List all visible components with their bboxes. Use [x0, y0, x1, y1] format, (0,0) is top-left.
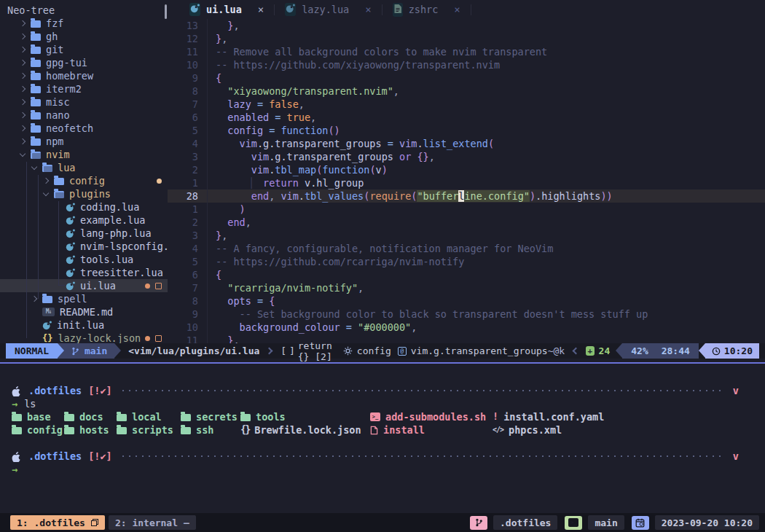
close-tab-button[interactable]: ×: [258, 4, 264, 15]
tab-ui-lua[interactable]: ui.lua×: [179, 0, 274, 19]
tree-item-misc[interactable]: misc: [0, 95, 168, 109]
code-token: ,: [429, 151, 435, 163]
tmux-status-right: .dotfiles>_main2023-09-20 10:20: [463, 515, 759, 530]
lua-icon: [42, 321, 52, 330]
branch-icon-chip: [470, 516, 487, 530]
tree-item-plugins[interactable]: plugins: [0, 187, 168, 200]
tree-item-readme-md[interactable]: M↓README.md: [0, 305, 168, 318]
code-token: .: [417, 138, 423, 149]
code-line[interactable]: 2 vim.tbl_map(function(v): [168, 163, 765, 176]
tree-item-npm[interactable]: npm: [0, 135, 168, 148]
modified-square-icon: [155, 335, 162, 342]
code-token: end: [227, 216, 245, 228]
code-line-text: vim.tbl_map(function(v): [207, 163, 765, 176]
tree-item-label: git: [46, 43, 63, 56]
code-line-text: -- Remove all background colors to make …: [207, 45, 765, 58]
tree-item-gh[interactable]: gh: [0, 30, 168, 43]
code-token: [216, 98, 227, 110]
code-line[interactable]: 3},: [168, 229, 765, 242]
code-line[interactable]: 5-- https://github.com/rcarriga/nvim-not…: [168, 255, 765, 268]
tree-item-spell[interactable]: spell: [0, 292, 168, 305]
code-line[interactable]: 12},: [168, 32, 765, 45]
tree-item-config[interactable]: config: [0, 174, 168, 187]
tree-item-ui-lua[interactable]: ui.lua: [0, 279, 168, 292]
code-line[interactable]: 11-- Remove all background colors to mak…: [168, 45, 765, 58]
code-line[interactable]: 8 "xiyaowong/transparent.nvim",: [168, 85, 765, 98]
tree-item-treesitter-lua[interactable]: treesitter.lua: [0, 266, 168, 279]
tree-item-gpg-tui[interactable]: gpg-tui: [0, 56, 168, 69]
code-token: ▏: [251, 177, 257, 189]
code-line[interactable]: 7 "rcarriga/nvim-notify",: [168, 281, 765, 294]
neotree-scrollbar[interactable]: [165, 4, 167, 19]
code-token: end: [251, 190, 269, 202]
code-line[interactable]: 1 ▏ return v.hl_group: [168, 176, 765, 189]
code-token: -- https://github.com/rcarriga/nvim-noti…: [216, 256, 464, 267]
code-line[interactable]: 28 end, vim.tbl_values(require("bufferli…: [168, 189, 765, 203]
ls-entry-label: install.conf.yaml: [503, 410, 604, 423]
tmux-window-1-dotfiles[interactable]: 1: .dotfiles: [10, 515, 105, 530]
tree-item-neofetch[interactable]: neofetch: [0, 122, 168, 135]
tree-item-lazy-lock-json[interactable]: {}lazy-lock.json: [0, 332, 168, 343]
tree-item-fzf[interactable]: fzf: [0, 17, 168, 30]
code-line[interactable]: 6{: [168, 268, 765, 281]
folder-closed-icon: [31, 112, 41, 120]
code-token: -- Set background color to black so tran…: [240, 308, 648, 320]
tab-zshrc[interactable]: zshrc×: [382, 0, 471, 19]
code-token: =: [382, 138, 399, 149]
code-area[interactable]: 13 },12},11-- Remove all background colo…: [168, 19, 765, 343]
code-token: ): [530, 190, 536, 202]
close-tab-button[interactable]: ×: [454, 4, 460, 15]
tree-item-nano[interactable]: nano: [0, 109, 168, 122]
code-line[interactable]: 10-- https://github.com/xiyaowong/transp…: [168, 58, 765, 71]
code-line[interactable]: 9{: [168, 71, 765, 85]
tree-item-iterm2[interactable]: iterm2: [0, 82, 168, 95]
code-token: =: [269, 112, 286, 123]
code-token: [216, 125, 227, 136]
code-line-text: -- https://github.com/xiyaowong/transpar…: [207, 58, 765, 71]
code-token: ,: [299, 98, 305, 110]
cursor-position: 28:44: [662, 345, 690, 356]
tree-item-git[interactable]: git: [0, 43, 168, 56]
tab-lazy-lua[interactable]: lazy.lua×: [275, 0, 381, 19]
tmux-window-2-internal[interactable]: 2: internal–: [109, 515, 196, 530]
close-tab-button[interactable]: ×: [365, 4, 371, 15]
code-line[interactable]: 1 ): [168, 203, 765, 216]
code-line[interactable]: 4 vim.g.transparent_groups = vim.list_ex…: [168, 137, 765, 150]
code-token: [216, 177, 251, 189]
line-number: 5: [168, 124, 207, 137]
folder-icon: [240, 413, 251, 421]
prompt-arrow-icon: →: [12, 397, 17, 410]
tree-item-homebrew[interactable]: homebrew: [0, 69, 168, 82]
chevron-right-icon: [20, 34, 26, 39]
code-line[interactable]: 10 background_colour = "#000000",: [168, 321, 765, 334]
code-line[interactable]: 9 -- Set background color to black so tr…: [168, 308, 765, 321]
tree-item-example-lua[interactable]: example.lua: [0, 214, 168, 227]
code-token: [216, 138, 240, 149]
code-line[interactable]: 2 end,: [168, 216, 765, 229]
code-line[interactable]: 8 opts = {: [168, 294, 765, 308]
tree-item-lang-php-lua[interactable]: lang-php.lua: [0, 227, 168, 240]
shell-input-line[interactable]: →: [12, 463, 739, 476]
tree-item-label: tools.lua: [80, 253, 133, 266]
brackets-icon: [ ]: [280, 346, 293, 356]
tree-item-lua[interactable]: lua: [0, 161, 168, 174]
powerline-separator: [699, 343, 705, 359]
code-token: highlights: [541, 190, 600, 202]
tree-item-nvim-lspconfig-[interactable]: nvim-lspconfig.: [0, 240, 168, 253]
code-line[interactable]: 7 lazy = false,: [168, 98, 765, 111]
tree-item-coding-lua[interactable]: coding.lua: [0, 200, 168, 214]
tree-item-nvim[interactable]: nvim: [0, 148, 168, 161]
code-line[interactable]: 13 },: [168, 19, 765, 32]
folder-icon: [117, 413, 127, 421]
code-line-text: end, vim.tbl_values(require("bufferline.…: [207, 189, 765, 203]
chevron-right-icon: [20, 125, 26, 131]
code-line[interactable]: 4-- A fancy, configurable, notification …: [168, 242, 765, 255]
code-line[interactable]: 6 enabled = true,: [168, 111, 765, 124]
code-line[interactable]: 5 config = function(): [168, 124, 765, 137]
code-context-breadcrumbs: [ ]return {} [2]config@vim.g.transparent…: [280, 340, 547, 362]
code-line[interactable]: 3 vim.g.transparent_groups or {},: [168, 150, 765, 163]
tree-item-init-lua[interactable]: init.lua: [0, 318, 168, 332]
tree-item-label: config: [69, 174, 105, 187]
code-token: vim: [251, 164, 269, 176]
tree-item-tools-lua[interactable]: tools.lua: [0, 253, 168, 266]
